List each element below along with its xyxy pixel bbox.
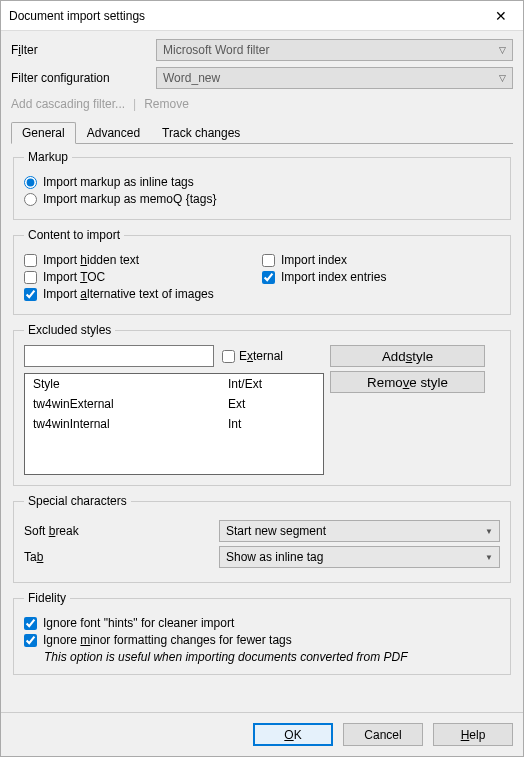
alt-text-option[interactable]: Import alternative text of images bbox=[24, 287, 262, 301]
style-table: Style Int/Ext tw4winExternal Ext tw4winI… bbox=[24, 373, 324, 475]
filter-config-row: Filter configuration Word_new ▽ bbox=[11, 67, 513, 89]
toc-option[interactable]: Import TOC bbox=[24, 270, 262, 284]
filter-value: Microsoft Word filter bbox=[163, 43, 269, 57]
tab-value: Show as inline tag bbox=[226, 550, 323, 564]
filter-row: Filter Microsoft Word filter ▽ bbox=[11, 39, 513, 61]
markup-memoq-radio[interactable] bbox=[24, 193, 37, 206]
index-checkbox[interactable] bbox=[262, 254, 275, 267]
hidden-text-label: Import hidden text bbox=[43, 253, 139, 267]
minor-formatting-option[interactable]: Ignore minor formatting changes for fewe… bbox=[24, 633, 500, 647]
minor-formatting-label: Ignore minor formatting changes for fewe… bbox=[43, 633, 292, 647]
chevron-down-icon: ▼ bbox=[485, 527, 493, 536]
index-option[interactable]: Import index bbox=[262, 253, 500, 267]
style-name-input[interactable] bbox=[24, 345, 214, 367]
col-intext: Int/Ext bbox=[228, 377, 315, 391]
hints-checkbox[interactable] bbox=[24, 617, 37, 630]
filter-config-dropdown[interactable]: Word_new ▽ bbox=[156, 67, 513, 89]
titlebar-title: Document import settings bbox=[9, 9, 145, 23]
table-row[interactable]: tw4winInternal Int bbox=[25, 414, 323, 434]
external-option[interactable]: External bbox=[222, 349, 283, 363]
filter-links: Add cascading filter... | Remove bbox=[11, 97, 513, 111]
toc-checkbox[interactable] bbox=[24, 271, 37, 284]
minor-formatting-checkbox[interactable] bbox=[24, 634, 37, 647]
row-ie: Ext bbox=[228, 397, 315, 411]
excluded-styles-group: Excluded styles External Style bbox=[13, 323, 511, 486]
ok-button[interactable]: OK bbox=[253, 723, 333, 746]
content-group: Content to import Import hidden text Imp… bbox=[13, 228, 511, 315]
general-panel: Markup Import markup as inline tags Impo… bbox=[11, 144, 513, 685]
alt-text-checkbox[interactable] bbox=[24, 288, 37, 301]
row-ie: Int bbox=[228, 417, 315, 431]
close-icon: ✕ bbox=[495, 8, 507, 24]
toc-label: Import TOC bbox=[43, 270, 105, 284]
index-label: Import index bbox=[281, 253, 347, 267]
content-area: Filter Microsoft Word filter ▽ Filter co… bbox=[1, 31, 523, 712]
chevron-down-icon: ▽ bbox=[499, 45, 506, 55]
row-style: tw4winInternal bbox=[33, 417, 228, 431]
external-label: External bbox=[239, 349, 283, 363]
tab-bar: General Advanced Track changes bbox=[11, 121, 513, 144]
index-entries-checkbox[interactable] bbox=[262, 271, 275, 284]
filter-config-label: Filter configuration bbox=[11, 71, 156, 85]
chevron-down-icon: ▽ bbox=[499, 73, 506, 83]
filter-dropdown[interactable]: Microsoft Word filter ▽ bbox=[156, 39, 513, 61]
table-row-empty bbox=[25, 434, 323, 454]
hints-option[interactable]: Ignore font "hints" for cleaner import bbox=[24, 616, 500, 630]
fidelity-group: Fidelity Ignore font "hints" for cleaner… bbox=[13, 591, 511, 675]
markup-memoq-label: Import markup as memoQ {tags} bbox=[43, 192, 216, 206]
hidden-text-checkbox[interactable] bbox=[24, 254, 37, 267]
hidden-text-option[interactable]: Import hidden text bbox=[24, 253, 262, 267]
fidelity-note: This option is useful when importing doc… bbox=[24, 650, 500, 664]
col-style: Style bbox=[33, 377, 228, 391]
filter-label: Filter bbox=[11, 43, 156, 57]
separator: | bbox=[133, 97, 136, 111]
chevron-down-icon: ▼ bbox=[485, 553, 493, 562]
titlebar: Document import settings ✕ bbox=[1, 1, 523, 31]
dialog-window: Document import settings ✕ Filter Micros… bbox=[0, 0, 524, 757]
softbreak-value: Start new segment bbox=[226, 524, 326, 538]
markup-inline-option[interactable]: Import markup as inline tags bbox=[24, 175, 500, 189]
dialog-footer: OK Cancel Help bbox=[1, 712, 523, 756]
tab-advanced[interactable]: Advanced bbox=[76, 122, 151, 144]
index-entries-label: Import index entries bbox=[281, 270, 386, 284]
close-button[interactable]: ✕ bbox=[479, 2, 523, 30]
add-style-button[interactable]: Add style bbox=[330, 345, 485, 367]
markup-group: Markup Import markup as inline tags Impo… bbox=[13, 150, 511, 220]
add-cascading-filter-link[interactable]: Add cascading filter... bbox=[11, 97, 125, 111]
cancel-button[interactable]: Cancel bbox=[343, 723, 423, 746]
markup-inline-radio[interactable] bbox=[24, 176, 37, 189]
softbreak-dropdown[interactable]: Start new segment ▼ bbox=[219, 520, 500, 542]
markup-inline-label: Import markup as inline tags bbox=[43, 175, 194, 189]
remove-style-button[interactable]: Remove style bbox=[330, 371, 485, 393]
excluded-legend: Excluded styles bbox=[24, 323, 115, 337]
softbreak-label: Soft break bbox=[24, 524, 219, 538]
markup-legend: Markup bbox=[24, 150, 72, 164]
row-style: tw4winExternal bbox=[33, 397, 228, 411]
help-button[interactable]: Help bbox=[433, 723, 513, 746]
table-row-empty bbox=[25, 454, 323, 474]
tab-track-changes[interactable]: Track changes bbox=[151, 122, 251, 144]
content-legend: Content to import bbox=[24, 228, 124, 242]
tab-general[interactable]: General bbox=[11, 122, 76, 144]
markup-memoq-option[interactable]: Import markup as memoQ {tags} bbox=[24, 192, 500, 206]
tab-label: Tab bbox=[24, 550, 219, 564]
filter-config-value: Word_new bbox=[163, 71, 220, 85]
special-chars-group: Special characters Soft break Start new … bbox=[13, 494, 511, 583]
remove-filter-link[interactable]: Remove bbox=[144, 97, 189, 111]
index-entries-option[interactable]: Import index entries bbox=[262, 270, 500, 284]
style-table-header: Style Int/Ext bbox=[25, 374, 323, 394]
fidelity-legend: Fidelity bbox=[24, 591, 70, 605]
table-row[interactable]: tw4winExternal Ext bbox=[25, 394, 323, 414]
special-legend: Special characters bbox=[24, 494, 131, 508]
hints-label: Ignore font "hints" for cleaner import bbox=[43, 616, 234, 630]
tab-dropdown[interactable]: Show as inline tag ▼ bbox=[219, 546, 500, 568]
external-checkbox[interactable] bbox=[222, 350, 235, 363]
alt-text-label: Import alternative text of images bbox=[43, 287, 214, 301]
